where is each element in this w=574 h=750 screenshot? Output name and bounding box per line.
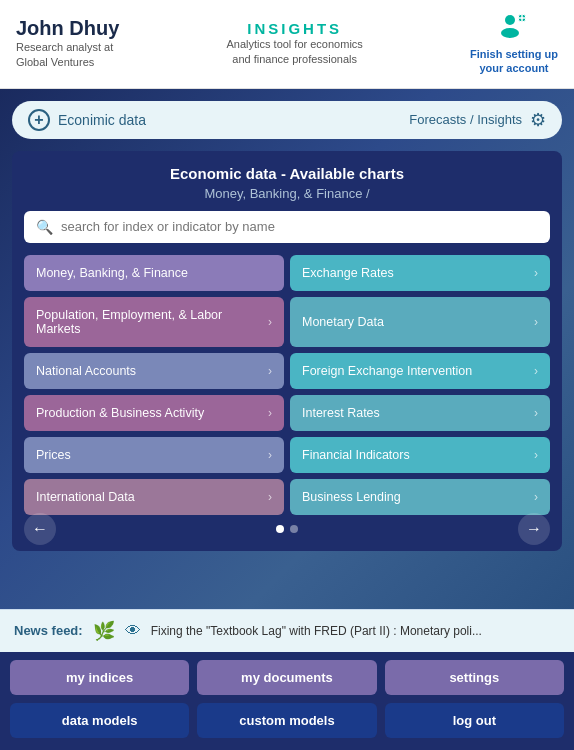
search-input[interactable] — [61, 219, 538, 234]
chevron-right-icon: › — [534, 364, 538, 378]
chevron-right-icon: › — [268, 364, 272, 378]
search-icon: 🔍 — [36, 219, 53, 235]
category-interest-rates[interactable]: Interest Rates › — [290, 395, 550, 431]
category-label: National Accounts — [36, 364, 136, 378]
category-label: Prices — [36, 448, 71, 462]
prev-arrow-button[interactable]: ← — [24, 513, 56, 545]
settings-button[interactable]: settings — [385, 660, 564, 695]
finish-account-button[interactable]: Finish setting upyour account — [470, 12, 558, 76]
chart-panel-title: Economic data - Available charts — [24, 165, 550, 182]
chevron-right-icon: › — [534, 406, 538, 420]
category-monetary-data[interactable]: Monetary Data › — [290, 297, 550, 347]
custom-models-button[interactable]: custom models — [197, 703, 376, 738]
app-header: John Dhuy Research analyst atGlobal Vent… — [0, 0, 574, 89]
eye-icon[interactable]: 👁 — [125, 622, 141, 640]
my-documents-button[interactable]: my documents — [197, 660, 376, 695]
category-label: International Data — [36, 490, 135, 504]
category-international-data[interactable]: International Data › — [24, 479, 284, 515]
add-icon[interactable]: + — [28, 109, 50, 131]
my-indices-button[interactable]: my indices — [10, 660, 189, 695]
data-models-button[interactable]: data models — [10, 703, 189, 738]
leaf-icon: 🌿 — [93, 620, 115, 642]
chevron-right-icon: › — [268, 490, 272, 504]
log-out-button[interactable]: log out — [385, 703, 564, 738]
category-label: Production & Business Activity — [36, 406, 204, 420]
chart-panel: Economic data - Available charts Money, … — [12, 151, 562, 551]
bottom-nav-row-1: my indices my documents settings — [10, 660, 564, 695]
nav-bar: ← → — [24, 515, 550, 539]
category-grid: Money, Banking, & Finance Exchange Rates… — [24, 255, 550, 515]
search-bar[interactable]: 🔍 — [24, 211, 550, 243]
avatar-icon — [470, 12, 558, 47]
chevron-right-icon: › — [534, 448, 538, 462]
nav-dots — [276, 525, 298, 533]
chevron-right-icon: › — [268, 448, 272, 462]
news-feed: News feed: 🌿 👁 Fixing the "Textbook Lag"… — [0, 609, 574, 652]
chart-panel-subtitle: Money, Banking, & Finance / — [24, 186, 550, 201]
econ-bar-right: Forecasts / Insights ⚙ — [409, 109, 546, 131]
category-population-employment[interactable]: Population, Employment, & Labor Markets … — [24, 297, 284, 347]
category-label: Interest Rates — [302, 406, 380, 420]
bottom-nav-row-2: data models custom models log out — [10, 703, 564, 738]
category-label: Population, Employment, & Labor Markets — [36, 308, 268, 336]
econ-label: Econimic data — [58, 112, 146, 128]
app-subtitle: Analytics tool for economicsand finance … — [227, 37, 363, 68]
category-label: Exchange Rates — [302, 266, 394, 280]
svg-point-1 — [501, 28, 519, 38]
econ-bar-left: + Econimic data — [28, 109, 146, 131]
nav-dot-2[interactable] — [290, 525, 298, 533]
category-national-accounts[interactable]: National Accounts › — [24, 353, 284, 389]
settings-icon[interactable]: ⚙ — [530, 109, 546, 131]
category-money-banking[interactable]: Money, Banking, & Finance — [24, 255, 284, 291]
news-text[interactable]: Fixing the "Textbook Lag" with FRED (Par… — [151, 624, 482, 638]
chevron-right-icon: › — [534, 315, 538, 329]
bottom-nav: my indices my documents settings data mo… — [0, 652, 574, 746]
next-arrow-button[interactable]: → — [518, 513, 550, 545]
svg-point-0 — [505, 15, 515, 25]
category-prices[interactable]: Prices › — [24, 437, 284, 473]
category-label: Money, Banking, & Finance — [36, 266, 188, 280]
category-financial-indicators[interactable]: Financial Indicators › — [290, 437, 550, 473]
chevron-right-icon: › — [534, 266, 538, 280]
footer: Insights 2019. All Rights Reserved - Thi… — [0, 746, 574, 750]
category-exchange-rates[interactable]: Exchange Rates › — [290, 255, 550, 291]
app-branding: INSIGHTS Analytics tool for economicsand… — [227, 20, 363, 68]
chevron-right-icon: › — [534, 490, 538, 504]
chevron-right-icon: › — [268, 406, 272, 420]
category-business-lending[interactable]: Business Lending › — [290, 479, 550, 515]
category-label: Monetary Data — [302, 315, 384, 329]
user-name: John Dhuy — [16, 17, 119, 40]
nav-dot-1[interactable] — [276, 525, 284, 533]
category-production-business[interactable]: Production & Business Activity › — [24, 395, 284, 431]
forecast-label: Forecasts / Insights — [409, 112, 522, 127]
chevron-right-icon: › — [268, 315, 272, 329]
main-content: + Econimic data Forecasts / Insights ⚙ E… — [0, 89, 574, 609]
category-label: Foreign Exchange Intervention — [302, 364, 472, 378]
finish-account-label: Finish setting upyour account — [470, 47, 558, 76]
category-label: Business Lending — [302, 490, 401, 504]
user-info: John Dhuy Research analyst atGlobal Vent… — [16, 17, 119, 71]
category-foreign-exchange[interactable]: Foreign Exchange Intervention › — [290, 353, 550, 389]
news-feed-label: News feed: — [14, 623, 83, 638]
user-role: Research analyst atGlobal Ventures — [16, 40, 119, 71]
app-title: INSIGHTS — [227, 20, 363, 37]
category-label: Financial Indicators — [302, 448, 410, 462]
econ-data-bar[interactable]: + Econimic data Forecasts / Insights ⚙ — [12, 101, 562, 139]
